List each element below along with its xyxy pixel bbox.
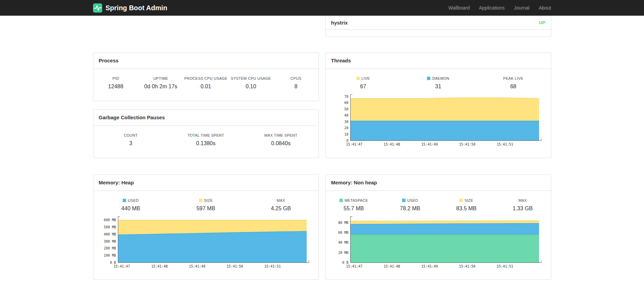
- legend-label: SIZE: [438, 198, 494, 202]
- x-tick-label: 15:41:50: [227, 264, 243, 268]
- stat-value: 12488: [93, 83, 138, 90]
- threads-panel-title: Threads: [326, 53, 551, 69]
- y-tick-label: 0 B: [110, 261, 116, 264]
- threads-plot: 010203040506070: [350, 96, 539, 141]
- stat-value: 0.10: [228, 83, 273, 90]
- stat-label: CPUS: [273, 76, 318, 80]
- process-panel-title: Process: [93, 53, 319, 69]
- memory-heap-panel-title: Memory: Heap: [93, 175, 319, 191]
- y-tick-label: 30: [344, 120, 348, 123]
- legend-color-swatch: [402, 199, 405, 202]
- nav-item[interactable]: About: [539, 5, 551, 11]
- y-tick-label: 60 MB: [338, 231, 348, 234]
- brand-link[interactable]: Spring Boot Admin: [93, 3, 167, 13]
- legend-value: 1.33 GB: [494, 206, 551, 212]
- memory-nonheap-plot: 0 B20 MB40 MB60 MB80 MB: [350, 218, 539, 263]
- legend-color-swatch: [459, 199, 463, 202]
- x-tick-label: 15:41:51: [497, 264, 513, 268]
- gc-panel-title: Garbage Collection Pauses: [93, 110, 319, 126]
- y-tick-label: 400 MB: [104, 232, 116, 236]
- application-row[interactable]: hystrix UP: [326, 16, 551, 30]
- stat-value: 8: [273, 83, 318, 90]
- legend-color-swatch: [199, 199, 202, 202]
- stat-item: CPUS 8: [273, 76, 318, 90]
- x-tick-label: 15:41:51: [264, 264, 281, 268]
- stat-label: MAX TIME SPENT: [243, 133, 318, 137]
- legend-item: MAX 4.25 GB: [243, 198, 318, 212]
- stat-value: 0.0840s: [243, 140, 318, 147]
- legend-label: DAEMON: [401, 76, 476, 80]
- stat-value: 0.1380s: [168, 140, 243, 147]
- legend-value: 55.7 MB: [326, 206, 382, 212]
- threads-chart: 010203040506070 15:41:4715:41:4815:41:49…: [350, 96, 539, 147]
- brand-title: Spring Boot Admin: [106, 4, 167, 12]
- threads-panel: Threads LIVE 67 DAEMON: [325, 52, 551, 158]
- x-tick-label: 15:41:51: [497, 142, 513, 146]
- stat-label: SYSTEM CPU USAGE: [228, 76, 273, 80]
- memory-nonheap-x-axis: 15:41:4715:41:4815:41:4915:41:5015:41:51: [350, 263, 539, 269]
- y-tick-label: 200 MB: [104, 246, 116, 250]
- y-tick-label: 70: [344, 95, 348, 98]
- legend-item: SIZE 83.5 MB: [438, 198, 494, 212]
- legend-label: MAX: [243, 198, 318, 202]
- y-tick-label: 80 MB: [338, 221, 348, 224]
- nav-item[interactable]: Wallboard: [448, 5, 470, 11]
- legend-label: METASPACE: [326, 198, 382, 202]
- legend-value: 67: [326, 83, 401, 90]
- legend-value: 440 MB: [93, 206, 168, 212]
- legend-label: MAX: [494, 198, 551, 202]
- memory-nonheap-panel: Memory: Non heap METASPACE 55.7 MB: [325, 174, 551, 280]
- x-tick-label: 15:41:49: [421, 142, 438, 146]
- y-tick-label: 10: [344, 132, 348, 136]
- y-tick-label: 500 MB: [104, 225, 116, 229]
- y-tick-label: 20: [344, 126, 348, 130]
- x-tick-label: 15:41:47: [346, 142, 362, 146]
- legend-value: 78.2 MB: [382, 206, 438, 212]
- stat-value: 0d 0h 2m 17s: [138, 83, 183, 90]
- stat-label: UPTIME: [138, 76, 183, 80]
- threads-legend: LIVE 67 DAEMON 31: [326, 76, 551, 90]
- legend-color-swatch: [427, 77, 430, 80]
- memory-nonheap-panel-title: Memory: Non heap: [326, 175, 551, 191]
- y-tick-label: 300 MB: [104, 239, 116, 243]
- x-tick-label: 15:41:48: [384, 264, 400, 268]
- memory-heap-legend: USED 440 MB SIZE 597 MB: [93, 198, 319, 212]
- y-tick-label: 20 MB: [338, 250, 348, 254]
- legend-item: DAEMON 31: [401, 76, 476, 90]
- memory-heap-chart: 0 B100 MB200 MB300 MB400 MB500 MB600 MB …: [118, 218, 307, 269]
- stat-label: PROCESS CPU USAGE: [183, 76, 228, 80]
- x-tick-label: 15:41:50: [459, 142, 475, 146]
- legend-value: 597 MB: [168, 206, 243, 212]
- legend-label: USED: [382, 198, 438, 202]
- legend-item: PEAK LIVE 68: [476, 76, 551, 90]
- legend-color-swatch: [356, 77, 360, 80]
- stat-item: MAX TIME SPENT 0.0840s: [243, 133, 318, 147]
- y-tick-label: 600 MB: [104, 218, 116, 222]
- application-name: hystrix: [331, 20, 348, 26]
- legend-item: SIZE 597 MB: [168, 198, 243, 212]
- legend-value: 31: [401, 83, 476, 90]
- legend-color-swatch: [339, 199, 343, 202]
- stat-value: 3: [93, 140, 168, 147]
- stat-item: COUNT 3: [93, 133, 168, 147]
- y-tick-label: 40 MB: [338, 241, 348, 244]
- nav-item[interactable]: Journal: [514, 5, 530, 11]
- y-tick-label: 50: [344, 107, 348, 111]
- memory-heap-panel: Memory: Heap USED 440 MB SIZE: [93, 174, 319, 280]
- legend-label: SIZE: [168, 198, 243, 202]
- legend-value: 83.5 MB: [438, 206, 494, 212]
- legend-item: MAX 1.33 GB: [494, 198, 551, 212]
- application-status-badge: UP: [539, 20, 545, 25]
- application-status-panel: hystrix UP: [325, 16, 551, 37]
- stat-label: TOTAL TIME SPENT: [168, 133, 243, 137]
- gc-stats: COUNT 3 TOTAL TIME SPENT 0.1380s MAX TIM…: [93, 133, 319, 147]
- legend-item: USED 78.2 MB: [382, 198, 438, 212]
- legend-label: USED: [93, 198, 168, 202]
- x-tick-label: 15:41:49: [189, 264, 205, 268]
- nav-item[interactable]: Applications: [479, 5, 505, 11]
- stat-item: TOTAL TIME SPENT 0.1380s: [168, 133, 243, 147]
- legend-color-swatch: [123, 199, 126, 202]
- stat-value: 0.01: [183, 83, 228, 90]
- stat-item: UPTIME 0d 0h 2m 17s: [138, 76, 183, 90]
- legend-item: METASPACE 55.7 MB: [326, 198, 382, 212]
